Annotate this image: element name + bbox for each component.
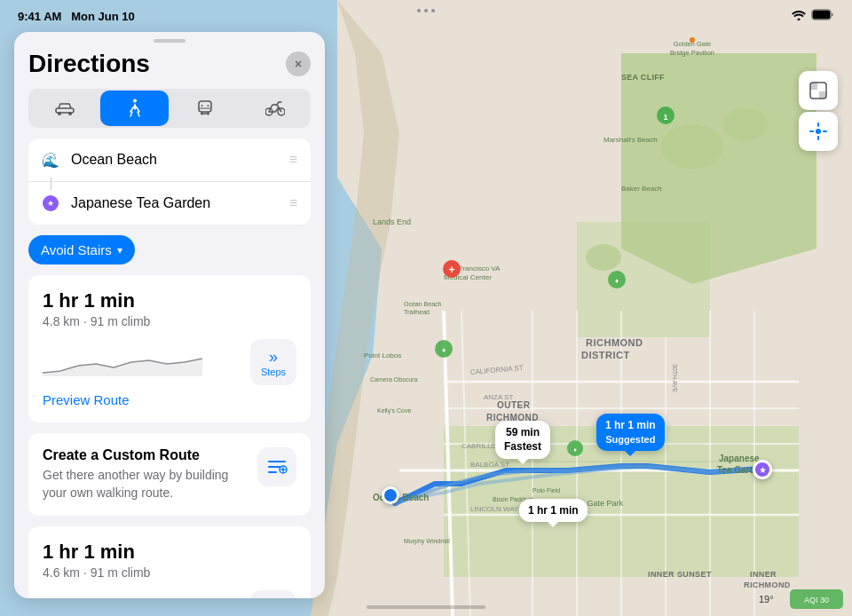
svg-text:AQI 30: AQI 30 — [804, 596, 829, 604]
svg-rect-63 — [199, 101, 211, 112]
route-card-2: 1 hr 1 min 4.6 km · 91 m climb » Steps P… — [28, 526, 311, 598]
destination-row[interactable]: ★ Japanese Tea Garden ≡ — [28, 182, 311, 225]
svg-point-4 — [723, 108, 768, 140]
svg-point-58 — [816, 129, 821, 134]
origin-pin — [382, 486, 399, 504]
svg-text:♦: ♦ — [615, 277, 619, 285]
route-2-steps-button[interactable]: » Steps — [250, 590, 296, 598]
svg-text:Murphy Windmill: Murphy Windmill — [404, 538, 450, 545]
transport-bike-button[interactable] — [241, 91, 309, 126]
custom-route-icon-button[interactable] — [257, 447, 296, 486]
route-1-steps-button[interactable]: » Steps — [250, 339, 296, 385]
svg-point-64 — [201, 113, 203, 115]
svg-text:Marshall's Beach: Marshall's Beach — [604, 136, 658, 144]
svg-rect-59 — [56, 108, 74, 113]
wifi-icon — [792, 10, 806, 23]
svg-text:+: + — [448, 264, 454, 276]
panel-header: Directions × — [14, 46, 325, 89]
svg-text:Baker Beach: Baker Beach — [621, 185, 662, 193]
svg-point-61 — [68, 112, 72, 115]
route-1-meta: 4.8 km · 91 m climb — [43, 314, 296, 328]
route-card-1: 1 hr 1 min 4.8 km · 91 m climb » Steps P… — [28, 275, 311, 423]
steps-label: Steps — [261, 367, 286, 377]
svg-point-53 — [690, 37, 695, 43]
svg-point-62 — [133, 99, 137, 103]
drag-handle[interactable] — [154, 39, 185, 43]
svg-rect-56 — [810, 83, 817, 90]
origin-drag-handle[interactable]: ≡ — [289, 152, 298, 168]
svg-text:OUTER: OUTER — [497, 400, 531, 410]
home-indicator — [367, 605, 485, 609]
svg-text:SEA CLIFF: SEA CLIFF — [621, 73, 665, 82]
svg-text:Polo Field: Polo Field — [532, 487, 560, 494]
battery-icon — [811, 9, 834, 23]
map-controls — [799, 71, 838, 151]
svg-text:Lands End: Lands End — [373, 217, 411, 226]
avoid-stairs-label: Avoid Stairs — [41, 242, 112, 257]
filters-row: Avoid Stairs ▾ — [14, 235, 325, 275]
callout-fastest[interactable]: 59 min Fastest — [495, 421, 550, 459]
custom-route-text: Create a Custom Route Get there another … — [43, 447, 247, 501]
directions-panel: Directions × — [14, 32, 325, 598]
svg-point-3 — [661, 124, 723, 169]
svg-text:♦: ♦ — [573, 446, 577, 453]
transport-car-button[interactable] — [30, 91, 99, 126]
svg-marker-70 — [43, 359, 202, 376]
svg-text:ANZA ST: ANZA ST — [484, 393, 513, 401]
svg-point-67 — [207, 105, 209, 107]
transport-modes — [28, 89, 311, 128]
custom-route-card[interactable]: Create a Custom Route Get there another … — [28, 433, 311, 516]
my-location-button[interactable] — [799, 112, 838, 151]
svg-text:DISTRICT: DISTRICT — [581, 350, 630, 360]
map-type-button[interactable] — [799, 71, 838, 110]
origin-icon: 🌊 — [41, 150, 60, 170]
custom-route-description: Get there another way by building your o… — [43, 467, 247, 501]
svg-text:Camera Obscura: Camera Obscura — [370, 376, 417, 383]
route-1-elevation — [43, 348, 240, 376]
svg-point-60 — [58, 112, 61, 115]
callout-bottom[interactable]: 1 hr 1 min — [519, 499, 588, 522]
svg-text:Trailhead: Trailhead — [404, 309, 430, 315]
svg-rect-57 — [819, 91, 826, 99]
routes-scroll[interactable]: 1 hr 1 min 4.8 km · 91 m climb » Steps P… — [14, 275, 325, 598]
svg-text:Point Lobos: Point Lobos — [364, 351, 401, 359]
svg-text:19°: 19° — [759, 594, 774, 604]
location-inputs: 🌊 Ocean Beach ≡ ★ Japanese Tea Garden ≡ — [28, 138, 311, 225]
svg-rect-1 — [813, 11, 831, 20]
svg-text:1: 1 — [663, 113, 667, 122]
star-icon: ★ — [43, 195, 59, 211]
svg-text:30TH AVE: 30TH AVE — [672, 364, 678, 392]
chevron-down-icon: ▾ — [117, 244, 122, 257]
svg-text:RICHMOND: RICHMOND — [744, 580, 791, 589]
svg-point-65 — [207, 113, 209, 115]
status-bar: 9:41 AM Mon Jun 10 — [0, 0, 852, 32]
svg-text:♦: ♦ — [442, 346, 446, 354]
svg-text:LINCOLN WAY: LINCOLN WAY — [470, 505, 519, 513]
destination-icon: ★ — [41, 193, 60, 213]
origin-label: Ocean Beach — [71, 152, 279, 168]
transport-walk-button[interactable] — [100, 91, 169, 126]
panel-title: Directions — [28, 50, 150, 78]
destination-drag-handle[interactable]: ≡ — [289, 195, 298, 211]
route-2-meta: 4.6 km · 91 m climb — [43, 565, 296, 580]
transport-transit-button[interactable] — [170, 91, 239, 126]
route-2-time: 1 hr 1 min — [43, 541, 296, 564]
custom-route-title: Create a Custom Route — [43, 447, 247, 463]
svg-point-66 — [201, 105, 202, 107]
callout-suggested[interactable]: 1 hr 1 min Suggested — [596, 414, 665, 451]
svg-text:Kelly's Cove: Kelly's Cove — [377, 407, 411, 415]
svg-text:INNER SUNSET: INNER SUNSET — [648, 570, 712, 579]
chevron-right-icon: » — [269, 348, 278, 367]
status-time: 9:41 AM Mon Jun 10 — [18, 10, 135, 23]
svg-text:Bridge Pavilion: Bridge Pavilion — [670, 49, 714, 57]
destination-pin: ★ — [753, 460, 772, 479]
origin-row[interactable]: 🌊 Ocean Beach ≡ — [28, 138, 311, 182]
close-button[interactable]: × — [286, 51, 311, 76]
destination-label: Japanese Tea Garden — [71, 195, 279, 211]
svg-text:BALBOA ST: BALBOA ST — [470, 461, 509, 469]
svg-point-5 — [586, 244, 621, 271]
avoid-stairs-button[interactable]: Avoid Stairs ▾ — [28, 235, 135, 265]
route-1-preview-link[interactable]: Preview Route — [43, 392, 130, 407]
svg-text:RICHMOND: RICHMOND — [586, 337, 643, 348]
route-1-time: 1 hr 1 min — [43, 289, 296, 312]
